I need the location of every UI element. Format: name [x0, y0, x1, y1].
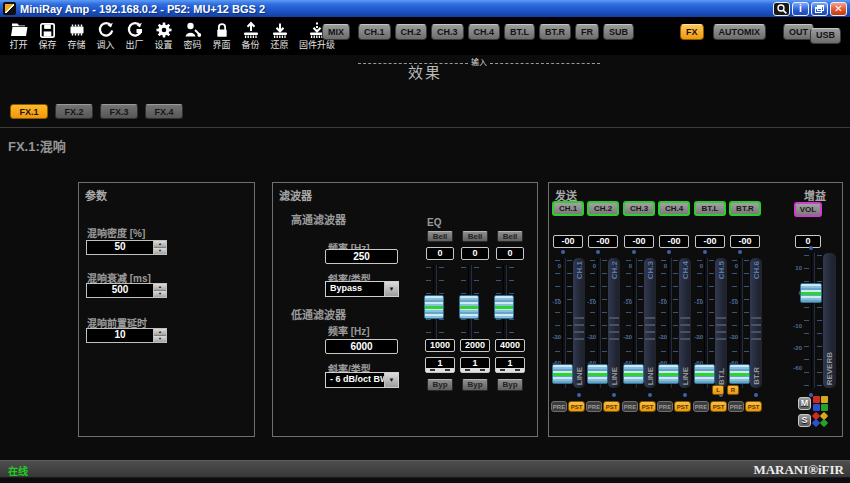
tool-store[interactable]: 存储 [62, 18, 91, 51]
fader-handle[interactable] [694, 364, 715, 384]
tool-save[interactable]: 保存 [33, 18, 62, 51]
eq-bypass-button[interactable]: Byp [427, 379, 453, 391]
eq-gain-value[interactable]: 0 [496, 247, 524, 260]
send-enable-button[interactable]: CH.1 [552, 201, 584, 216]
close-button[interactable]: ✕ [830, 2, 847, 16]
toolbar-tab-ch2[interactable]: CH.2 [395, 24, 428, 40]
toolbar-tab-btl[interactable]: BT.L [504, 24, 535, 40]
send-enable-button[interactable]: BT.R [729, 201, 761, 216]
spinner[interactable]: ▲▼ [153, 241, 166, 254]
eq-gain-value[interactable]: 0 [461, 247, 489, 260]
pre-button[interactable]: PRE [657, 401, 673, 412]
eq-q-spinner[interactable] [496, 368, 524, 372]
post-button[interactable]: PST [745, 401, 762, 412]
spin-up-icon[interactable]: ▲ [154, 241, 166, 248]
hpf-freq-value[interactable]: 250 [325, 249, 398, 264]
send-level-value[interactable]: -00 [624, 235, 654, 248]
spin-down-icon[interactable]: ▼ [154, 291, 166, 297]
toolbar-tab-sub[interactable]: SUB [603, 24, 634, 40]
tool-recall[interactable]: 调入 [91, 18, 120, 51]
lpf-slope-dropdown[interactable]: - 6 dB/oct BW ▼ [325, 372, 399, 388]
solo-button[interactable]: S [798, 414, 811, 427]
eq-freq-value[interactable]: 2000 [460, 339, 490, 352]
tab-fx4[interactable]: FX.4 [145, 104, 183, 119]
reverb-density-input[interactable]: 50 ▲▼ [86, 240, 167, 255]
gain-value[interactable]: 0 [795, 235, 821, 248]
eq-shape-button[interactable]: Bell [497, 231, 523, 242]
eq-freq-value[interactable]: 4000 [495, 339, 525, 352]
eq-bypass-button[interactable]: Byp [462, 379, 488, 391]
fader-handle[interactable] [587, 364, 608, 384]
toolbar-tab-fr[interactable]: FR [575, 24, 599, 40]
eq-slider-handle[interactable] [424, 295, 444, 319]
restore-window-button[interactable] [811, 2, 828, 16]
send-level-value[interactable]: -00 [695, 235, 725, 248]
eq-slider-handle[interactable] [494, 295, 514, 319]
post-button[interactable]: PST [568, 401, 585, 412]
eq-freq-value[interactable]: 1000 [425, 339, 455, 352]
fader-handle[interactable] [658, 364, 679, 384]
post-button[interactable]: PST [674, 401, 691, 412]
tool-factory[interactable]: 出厂 [120, 18, 149, 51]
eq-q-control[interactable]: 1 [495, 357, 525, 373]
post-button[interactable]: PST [710, 401, 727, 412]
pre-button[interactable]: PRE [586, 401, 602, 412]
eq-shape-button[interactable]: Bell [462, 231, 488, 242]
tab-fx2[interactable]: FX.2 [55, 104, 93, 119]
eq-bypass-button[interactable]: Byp [497, 379, 523, 391]
eq-q-spinner[interactable] [426, 368, 454, 372]
send-level-value[interactable]: -00 [659, 235, 689, 248]
tool-settings[interactable]: 设置 [149, 18, 178, 51]
tab-fx1[interactable]: FX.1 [10, 104, 48, 119]
fader-handle[interactable] [552, 364, 573, 384]
fader-handle[interactable] [623, 364, 644, 384]
tab-fx3[interactable]: FX.3 [100, 104, 138, 119]
bt-left-button[interactable]: L [712, 385, 724, 395]
send-enable-button[interactable]: CH.4 [658, 201, 690, 216]
spinner[interactable]: ▲▼ [153, 329, 166, 342]
gain-fader-handle[interactable] [800, 283, 822, 303]
spin-up-icon[interactable]: ▲ [154, 284, 166, 291]
pre-button[interactable]: PRE [728, 401, 744, 412]
eq-gain-value[interactable]: 0 [426, 247, 454, 260]
post-button[interactable]: PST [603, 401, 620, 412]
info-button[interactable]: i [792, 2, 809, 16]
send-enable-button[interactable]: BT.L [694, 201, 726, 216]
toolbar-tab-mix[interactable]: MIX [322, 24, 350, 40]
send-level-value[interactable]: -00 [553, 235, 583, 248]
fader-handle[interactable] [729, 364, 750, 384]
pre-button[interactable]: PRE [622, 401, 638, 412]
tool-backup[interactable]: 备份 [236, 18, 265, 51]
eq-q-control[interactable]: 1 [425, 357, 455, 373]
magnifier-icon[interactable] [773, 2, 790, 16]
lpf-freq-value[interactable]: 6000 [325, 339, 398, 354]
spin-up-icon[interactable]: ▲ [154, 329, 166, 336]
send-enable-button[interactable]: CH.2 [587, 201, 619, 216]
eq-q-control[interactable]: 1 [460, 357, 490, 373]
toolbar-tab-automix[interactable]: AUTOMIX [713, 24, 766, 40]
reverb-decay-input[interactable]: 500 ▲▼ [86, 283, 167, 298]
chevron-down-icon[interactable]: ▼ [384, 373, 398, 387]
spin-down-icon[interactable]: ▼ [154, 336, 166, 342]
tool-open[interactable]: 打开 [4, 18, 33, 51]
spin-down-icon[interactable]: ▼ [154, 248, 166, 254]
usb-button[interactable]: USB [810, 28, 841, 44]
tool-password[interactable]: 密码 [178, 18, 207, 51]
toolbar-tab-ch4[interactable]: CH.4 [468, 24, 501, 40]
eq-q-spinner[interactable] [461, 368, 489, 372]
send-level-value[interactable]: -00 [730, 235, 760, 248]
toolbar-tab-ch1[interactable]: CH.1 [358, 24, 391, 40]
send-level-value[interactable]: -00 [588, 235, 618, 248]
eq-shape-button[interactable]: Bell [427, 231, 453, 242]
toolbar-tab-ch3[interactable]: CH.3 [431, 24, 464, 40]
hpf-slope-dropdown[interactable]: Bypass ▼ [325, 281, 399, 297]
toolbar-tab-btr[interactable]: BT.R [539, 24, 571, 40]
reverb-predelay-input[interactable]: 10 ▲▼ [86, 328, 167, 343]
vol-button[interactable]: VOL [794, 202, 822, 217]
spinner[interactable]: ▲▼ [153, 284, 166, 297]
bt-right-button[interactable]: R [727, 385, 739, 395]
toolbar-tab-fx[interactable]: FX [680, 24, 704, 40]
pre-button[interactable]: PRE [693, 401, 709, 412]
pre-button[interactable]: PRE [551, 401, 567, 412]
send-enable-button[interactable]: CH.3 [623, 201, 655, 216]
